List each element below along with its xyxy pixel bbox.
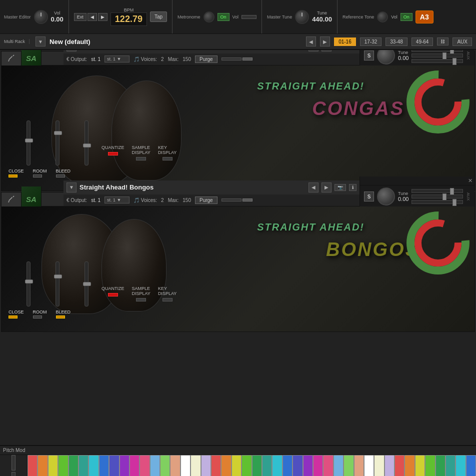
metronome-knob[interactable] — [204, 12, 214, 22]
inst2-close-btn[interactable]: ✕ — [468, 178, 472, 184]
master-volume-knob[interactable] — [34, 10, 48, 24]
piano-key-9[interactable] — [120, 455, 130, 476]
piano-key-37[interactable] — [404, 455, 414, 476]
fader2-track-3[interactable] — [84, 262, 88, 306]
piano-key-12[interactable] — [150, 455, 160, 476]
sample-led-2[interactable] — [136, 298, 146, 302]
ext-button[interactable]: Ext — [74, 13, 86, 21]
key-led[interactable] — [162, 157, 172, 160]
chain-btn[interactable]: ⛓ — [437, 38, 448, 46]
piano-key-5[interactable] — [78, 455, 88, 476]
ref-on-button[interactable]: On — [400, 13, 412, 21]
piano-key-4[interactable] — [68, 455, 78, 476]
master-tune-knob[interactable] — [295, 10, 309, 24]
piano-key-23[interactable] — [262, 455, 272, 476]
piano-key-24[interactable] — [272, 455, 282, 476]
piano-key-15[interactable] — [180, 455, 190, 476]
piano-key-30[interactable] — [334, 455, 344, 476]
piano-key-19[interactable] — [221, 455, 231, 476]
wrench-icon-2[interactable] — [2, 192, 22, 206]
quantize-led[interactable] — [108, 152, 118, 156]
piano-key-8[interactable] — [109, 455, 119, 476]
piano-key-1[interactable] — [38, 455, 48, 476]
piano-key-22[interactable] — [252, 455, 262, 476]
fader-track-1[interactable] — [26, 120, 30, 166]
inst2-next-btn[interactable]: ▶ — [322, 182, 332, 192]
piano-key-28[interactable] — [313, 455, 323, 476]
fader2-track-1[interactable] — [26, 262, 30, 306]
close-led-2[interactable] — [8, 316, 18, 318]
inst2-prev-btn[interactable]: ◀ — [308, 182, 318, 192]
fader2-track-2[interactable] — [56, 262, 60, 306]
piano-key-2[interactable] — [48, 455, 58, 476]
inst1-tune-knob[interactable] — [377, 50, 395, 64]
piano-key-6[interactable] — [88, 455, 98, 476]
piano-key-16[interactable] — [190, 455, 200, 476]
piano-key-42[interactable] — [456, 455, 466, 476]
room-led-2[interactable] — [33, 316, 42, 318]
mod-slider[interactable] — [12, 472, 16, 476]
reference-tone-knob[interactable] — [377, 12, 388, 22]
play-button[interactable]: ▶ — [98, 13, 108, 21]
inst2-tune-knob[interactable] — [377, 188, 395, 206]
inst2-fader2[interactable] — [412, 194, 463, 198]
metronome-on-button[interactable]: On — [218, 13, 230, 21]
piano-key-21[interactable] — [242, 455, 252, 476]
inst2-output-select[interactable]: st. 1 ▼ — [104, 196, 130, 204]
page-01-16-btn[interactable]: 01-16 — [334, 38, 356, 46]
piano-key-35[interactable] — [384, 455, 394, 476]
piano-key-13[interactable] — [160, 455, 170, 476]
piano-key-25[interactable] — [282, 455, 292, 476]
inst1-solo-btn[interactable]: S — [364, 50, 374, 60]
page-17-32-btn[interactable]: 17-32 — [360, 38, 382, 46]
piano-key-29[interactable] — [323, 455, 333, 476]
piano-key-11[interactable] — [140, 455, 150, 476]
fader-track-3[interactable] — [84, 120, 88, 166]
wrench-icon[interactable] — [2, 52, 22, 66]
inst1-purge-btn[interactable]: Purge — [195, 56, 218, 63]
piano-key-10[interactable] — [130, 455, 140, 476]
piano-key-31[interactable] — [344, 455, 354, 476]
page-49-64-btn[interactable]: 49-64 — [412, 38, 434, 46]
inst2-fader3[interactable] — [412, 200, 463, 204]
piano-key-3[interactable] — [58, 455, 68, 476]
pitch-slider[interactable] — [12, 455, 16, 470]
quantize-led-2[interactable] — [108, 293, 118, 296]
next-preset-btn[interactable]: ▶ — [320, 36, 330, 46]
piano-key-43[interactable] — [466, 455, 476, 476]
inst1-fader2[interactable] — [412, 54, 463, 58]
sample-led[interactable] — [136, 157, 146, 160]
bleed-led-2[interactable] — [56, 316, 65, 318]
piano-key-32[interactable] — [354, 455, 364, 476]
piano-key-36[interactable] — [394, 455, 404, 476]
inst1-output-select[interactable]: st. 1 ▼ — [104, 56, 130, 62]
inst2-solo-btn[interactable]: S — [364, 192, 374, 202]
inst1-prev-btn[interactable]: ◀ — [308, 50, 318, 52]
inst1-fader3[interactable] — [412, 59, 463, 63]
piano-key-27[interactable] — [303, 455, 313, 476]
prev-preset-btn[interactable]: ◀ — [306, 36, 316, 46]
close-led[interactable] — [8, 174, 18, 178]
piano-key-0[interactable] — [28, 455, 38, 476]
piano-key-38[interactable] — [415, 455, 425, 476]
page-33-48-btn[interactable]: 33-48 — [386, 38, 408, 46]
aux-btn[interactable]: AUX — [452, 38, 472, 46]
piano-key-39[interactable] — [425, 455, 435, 476]
dropdown-btn[interactable]: ▼ — [36, 36, 46, 46]
piano-key-40[interactable] — [436, 455, 446, 476]
fader-track-2[interactable] — [56, 120, 60, 166]
inst2-info-btn[interactable]: ℹ — [349, 184, 356, 191]
piano-key-34[interactable] — [374, 455, 384, 476]
inst1-fader1[interactable] — [412, 50, 463, 52]
inst2-expand-btn[interactable]: ▼ — [66, 182, 76, 192]
room-led[interactable] — [33, 174, 42, 178]
inst1-next-btn[interactable]: ▶ — [322, 50, 332, 52]
piano-key-26[interactable] — [292, 455, 302, 476]
piano-key-18[interactable] — [211, 455, 221, 476]
inst2-fader1[interactable] — [412, 189, 463, 193]
prev-button[interactable]: ◀ — [88, 13, 97, 21]
bleed-led[interactable] — [56, 174, 65, 178]
piano-key-33[interactable] — [364, 455, 374, 476]
piano-key-14[interactable] — [170, 455, 180, 476]
key-led-2[interactable] — [162, 298, 172, 302]
